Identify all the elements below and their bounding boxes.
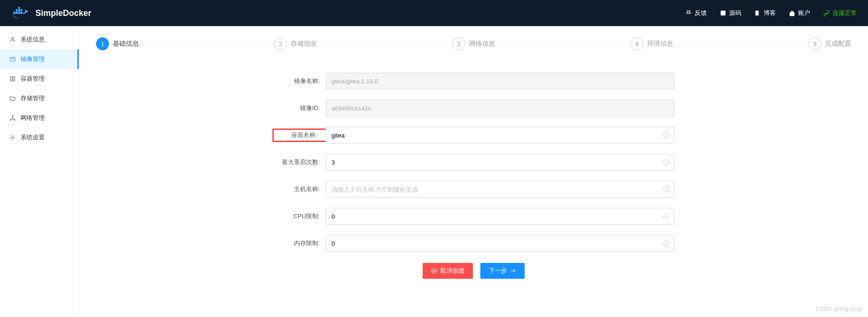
step-number: 1: [96, 37, 109, 50]
blog-icon: [754, 10, 761, 16]
svg-rect-8: [721, 11, 726, 16]
sidebar-item-system-info[interactable]: 系统信息: [0, 30, 79, 49]
svg-point-13: [12, 116, 13, 117]
nav-status[interactable]: 连接正常: [823, 9, 857, 17]
step-env-info[interactable]: 4 环境信息: [630, 37, 673, 50]
button-label: 取消创建: [440, 267, 465, 275]
code-icon: [720, 10, 726, 16]
nav-label: 连接正常: [833, 9, 857, 17]
sidebar-item-settings[interactable]: 系统设置: [0, 128, 79, 147]
bug-icon: [685, 10, 692, 16]
nav-blog[interactable]: 博客: [754, 9, 776, 17]
step-number: 3: [452, 37, 465, 50]
sidebar-label: 系统信息: [21, 35, 45, 44]
step-label: 完成配置: [825, 40, 851, 48]
nav-source[interactable]: 源码: [720, 9, 741, 17]
input-container-name[interactable]: [326, 127, 674, 144]
nav-label: 账户: [798, 9, 810, 17]
input-image-name: [326, 73, 674, 90]
logo-area: SimpleDocker: [11, 6, 91, 21]
sidebar-label: 网络管理: [21, 114, 45, 122]
row-max-restarts: 最大重启次数:: [273, 154, 674, 171]
label-cpu-limit: CPU限制:: [273, 212, 320, 221]
svg-rect-7: [18, 7, 20, 9]
sidebar-label: 系统设置: [21, 133, 45, 142]
sidebar-item-container-mgmt[interactable]: 容器管理: [0, 69, 79, 89]
input-wrap: [326, 154, 674, 171]
label-container-name: 容器名称:: [273, 131, 317, 139]
svg-rect-6: [21, 9, 22, 11]
nav-account[interactable]: 账户: [789, 9, 810, 17]
user-icon: [9, 36, 16, 43]
step-finish[interactable]: 5 完成配置: [808, 37, 851, 50]
sidebar-label: 容器管理: [21, 75, 45, 83]
step-label: 网络信息: [469, 40, 495, 48]
nav-feedback[interactable]: 反馈: [685, 9, 707, 17]
next-button[interactable]: 下一步: [480, 263, 525, 279]
label-image-id: 镜像ID:: [273, 104, 320, 112]
info-icon[interactable]: [663, 186, 670, 193]
label-image-name: 镜像名称:: [273, 77, 320, 85]
step-label: 环境信息: [647, 40, 673, 48]
row-cpu-limit: CPU限制:: [273, 208, 674, 225]
step-number: 2: [274, 37, 287, 50]
sidebar: 系统信息 镜像管理 容器管理 存储管理 网络管理 系统设置: [0, 26, 79, 317]
step-divider: [679, 44, 803, 44]
svg-point-14: [10, 119, 11, 120]
cancel-button[interactable]: 取消创建: [423, 263, 473, 279]
info-icon[interactable]: [663, 159, 670, 165]
input-wrap: [326, 208, 674, 225]
input-wrap: [326, 127, 674, 144]
form: 镜像名称: 镜像ID: 容器名称: gitea: [273, 73, 674, 279]
top-header: SimpleDocker 反馈 源码 博客 账户 连接正常: [0, 0, 868, 26]
step-network-info[interactable]: 3 网络信息: [452, 37, 495, 50]
input-wrap: [326, 235, 674, 252]
step-divider: [322, 44, 446, 44]
input-hostname[interactable]: [326, 181, 674, 198]
step-number: 4: [630, 37, 643, 50]
input-image-id: [326, 100, 674, 117]
step-storage-info[interactable]: 2 存储信息: [274, 37, 317, 50]
step-divider: [501, 44, 625, 44]
row-image-name: 镜像名称:: [273, 73, 674, 90]
svg-point-16: [12, 137, 14, 138]
sidebar-item-image-mgmt[interactable]: 镜像管理: [0, 49, 79, 69]
content-area: 1 基础信息 2 存储信息 3 网络信息 4 环境信息 5 完成配置: [79, 26, 868, 317]
step-label: 基础信息: [113, 40, 139, 48]
svg-rect-4: [16, 9, 18, 11]
folder-icon: [9, 95, 16, 102]
main-layout: 系统信息 镜像管理 容器管理 存储管理 网络管理 系统设置 1 基础信息: [0, 26, 868, 317]
label-hostname: 主机名称:: [273, 185, 320, 193]
svg-rect-5: [18, 9, 20, 11]
svg-rect-11: [10, 57, 15, 61]
input-wrap: [326, 100, 674, 117]
step-number: 5: [808, 37, 821, 50]
close-circle-icon: [431, 268, 437, 274]
action-bar: 取消创建 下一步: [273, 263, 674, 279]
nav-label: 博客: [764, 9, 776, 17]
svg-point-15: [14, 119, 15, 120]
svg-rect-9: [755, 11, 759, 16]
label-max-restarts: 最大重启次数:: [273, 158, 320, 166]
sidebar-item-network-mgmt[interactable]: 网络管理: [0, 108, 79, 128]
info-icon[interactable]: [663, 132, 670, 138]
sidebar-item-storage-mgmt[interactable]: 存储管理: [0, 89, 79, 108]
input-wrap: [326, 181, 674, 198]
info-icon[interactable]: [663, 213, 670, 220]
link-icon: [823, 10, 830, 16]
step-basic-info[interactable]: 1 基础信息: [96, 37, 139, 50]
input-mem-limit[interactable]: [326, 235, 674, 252]
watermark-text: CSDN @engchina: [816, 306, 861, 312]
steps-bar: 1 基础信息 2 存储信息 3 网络信息 4 环境信息 5 完成配置: [96, 37, 851, 50]
brand-text: SimpleDocker: [35, 8, 91, 18]
sidebar-label: 镜像管理: [21, 55, 45, 63]
arrow-right-icon: [510, 268, 516, 274]
row-container-name: 容器名称: gitea: [273, 127, 674, 144]
label-mem-limit: 内存限制:: [273, 239, 320, 248]
home-icon: [789, 10, 795, 16]
input-max-restarts[interactable]: [326, 154, 674, 171]
input-cpu-limit[interactable]: [326, 208, 674, 225]
nav-label: 反馈: [695, 9, 707, 17]
info-icon[interactable]: [663, 240, 670, 247]
row-image-id: 镜像ID:: [273, 100, 674, 117]
